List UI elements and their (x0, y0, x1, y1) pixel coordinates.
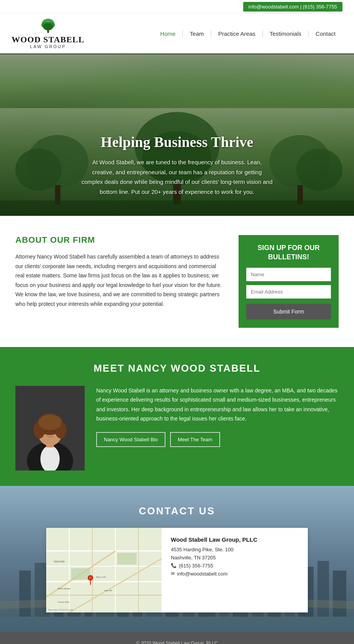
about-heading: About Our Firm (15, 235, 223, 245)
svg-point-27 (52, 430, 55, 432)
nancy-photo (15, 386, 85, 470)
svg-text:Belle Meade: Belle Meade (58, 587, 71, 590)
contact-firm-name: Wood Stabell Law Group, PLLC (171, 536, 299, 543)
svg-point-25 (38, 415, 62, 430)
contact-phone: 📞 (615) 356-7755 (171, 563, 299, 569)
svg-text:Map data ©2020 Google: Map data ©2020 Google (48, 609, 73, 611)
main-nav: Home Team Practice Areas Testimonials Co… (153, 30, 342, 37)
nav-practice-areas[interactable]: Practice Areas (211, 30, 263, 37)
svg-text:Nashville: Nashville (54, 560, 65, 563)
svg-text:Forest Hills: Forest Hills (58, 601, 69, 603)
signup-submit-button[interactable]: Submit Form (246, 304, 331, 319)
about-left: About Our Firm Attorney Nancy Wood Stabe… (15, 235, 223, 309)
hero-content: Helping Business Thrive At Wood Stabell,… (58, 133, 296, 216)
svg-text:Berry Hill: Berry Hill (96, 576, 105, 578)
contact-info-link[interactable]: info@woodstabell.com | (615) 356-7755 (243, 2, 342, 12)
about-section: About Our Firm Attorney Nancy Wood Stabe… (0, 216, 354, 347)
svg-text:Oak Hill: Oak Hill (104, 589, 112, 592)
map-icon: Nashville Berry Hill Belle Meade Oak Hil… (46, 528, 162, 612)
email-icon: ✉ (171, 571, 175, 576)
svg-rect-50 (46, 528, 162, 612)
contact-section: Contact Us Nashvil (0, 486, 354, 632)
nav-team[interactable]: Team (183, 30, 211, 37)
signup-box: Sign Up For Our Bulletins! Submit Form (239, 235, 339, 328)
svg-rect-49 (0, 617, 354, 632)
phone-icon: 📞 (171, 563, 177, 568)
nav-home[interactable]: Home (153, 30, 183, 37)
firm-name: WOOD STABELL (12, 35, 84, 44)
contact-email: ✉ info@woodstabell.com (171, 571, 299, 577)
svg-point-26 (45, 430, 48, 432)
logo: WOOD STABELL LAW GROUP (12, 18, 84, 49)
signup-name-input[interactable] (246, 268, 331, 281)
map-placeholder: Nashville Berry Hill Belle Meade Oak Hil… (46, 528, 162, 612)
meet-team-button[interactable]: Meet The Team (170, 432, 220, 447)
contact-card: Nashville Berry Hill Belle Meade Oak Hil… (46, 528, 308, 612)
contact-address-line1: 4535 Harding Pike, Ste. 100 (171, 547, 299, 552)
hero-section: Helping Business Thrive At Wood Stabell,… (0, 54, 354, 216)
hero-text: At Wood Stabell, we are tuned to the fre… (81, 157, 273, 197)
nancy-buttons: Nancy Wood Stabell Bio Meet The Team (96, 432, 339, 447)
svg-rect-48 (333, 571, 346, 617)
top-bar: info@woodstabell.com | (615) 356-7755 (0, 0, 354, 13)
nancy-bio-area: Nancy Wood Stabell is an attorney and bu… (96, 386, 339, 447)
nancy-section-title: Meet Nancy Wood Stabell (15, 362, 339, 374)
nancy-bio-text: Nancy Wood Stabell is an attorney and bu… (96, 386, 339, 424)
svg-rect-47 (317, 561, 329, 617)
tree-logo-icon (38, 18, 58, 33)
hero-title: Helping Business Thrive (81, 133, 273, 150)
svg-rect-61 (71, 568, 90, 580)
svg-rect-4 (47, 29, 49, 33)
nav-testimonials[interactable]: Testimonials (263, 30, 309, 37)
site-footer: © 2020 Wood Stabell Law Group, PLLC Lega… (0, 632, 354, 644)
nav-contact[interactable]: Contact (309, 30, 342, 37)
contact-section-title: Contact Us (15, 505, 339, 517)
signup-title: Sign Up For Our Bulletins! (246, 244, 331, 262)
about-body: Attorney Nancy Wood Stabell has carefull… (15, 252, 223, 309)
svg-point-69 (89, 576, 92, 579)
firm-tagline: LAW GROUP (30, 44, 66, 49)
footer-copyright: © 2020 Wood Stabell Law Group, PLLC (8, 641, 346, 644)
contact-info: Wood Stabell Law Group, PLLC 4535 Hardin… (162, 528, 308, 612)
site-header: WOOD STABELL LAW GROUP Home Team Practic… (0, 13, 354, 54)
contact-address-line2: Nashville, TN 37205 (171, 555, 299, 561)
nancy-portrait-icon (15, 386, 85, 470)
signup-email-input[interactable] (246, 285, 331, 299)
nancy-bio-button[interactable]: Nancy Wood Stabell Bio (96, 432, 165, 447)
nancy-section: Meet Nancy Wood Stabell (0, 347, 354, 486)
svg-rect-62 (117, 553, 137, 564)
nancy-content: Nancy Wood Stabell is an attorney and bu… (15, 386, 339, 470)
svg-rect-29 (19, 571, 31, 617)
